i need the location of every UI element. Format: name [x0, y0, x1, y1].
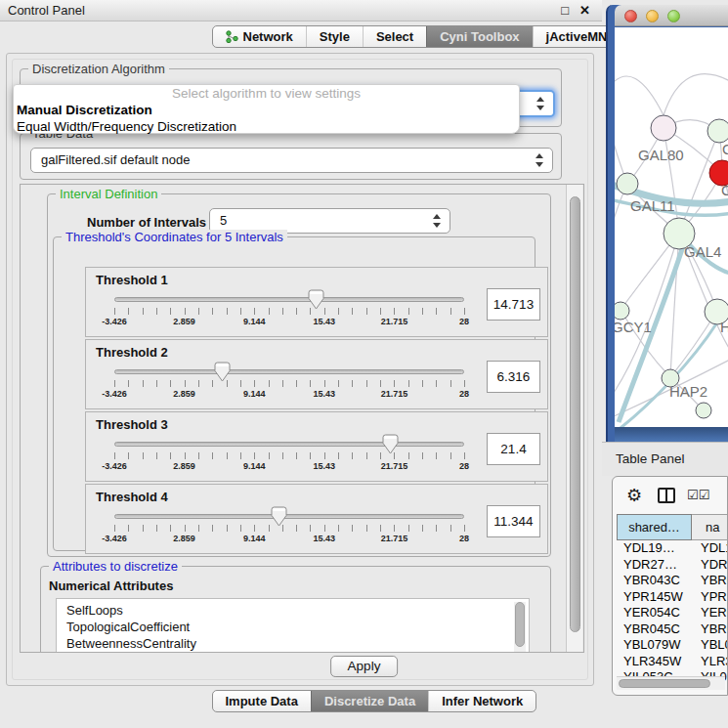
node-gal11[interactable]: [617, 173, 638, 194]
node-label-partial-g: GA: [722, 141, 728, 157]
close-icon[interactable]: ✕: [579, 0, 590, 21]
table-row[interactable]: YDR27…YDR2: [617, 557, 728, 574]
tick-label: -3.426: [102, 461, 127, 471]
network-icon: [226, 28, 238, 48]
tab-impute-data[interactable]: Impute Data: [213, 691, 311, 711]
tick-label: 2.859: [173, 317, 195, 326]
slider-handle[interactable]: [308, 289, 324, 310]
tab-network-label: Network: [243, 29, 293, 44]
node-gal80[interactable]: [651, 115, 676, 141]
tick-label: 28: [459, 389, 469, 399]
threshold-value[interactable]: 21.4: [487, 433, 540, 465]
node-label-gal80: GAL80: [638, 147, 684, 163]
tab-select[interactable]: Select: [363, 26, 426, 47]
tab-network[interactable]: Network: [213, 26, 306, 47]
zoom-traffic-light-icon[interactable]: [667, 10, 680, 22]
attributes-group-title: Attributes to discretize: [49, 559, 182, 574]
tick-label: 28: [459, 317, 469, 326]
list-item[interactable]: TopologicalCoefficient: [66, 619, 529, 635]
column-header-name[interactable]: na: [692, 514, 728, 540]
table-data-combobox[interactable]: galFiltered.sif default node: [30, 148, 553, 173]
threshold-label: Threshold 3: [96, 417, 168, 432]
tab-cyni-toolbox[interactable]: Cyni Toolbox: [426, 26, 532, 47]
slider-handle[interactable]: [382, 434, 399, 454]
attributes-group: Attributes to discretize Numerical Attri…: [40, 566, 551, 653]
tab-style[interactable]: Style: [306, 26, 363, 47]
node-label-hap2: HAP2: [669, 383, 707, 400]
table-horizontal-scrollbar[interactable]: [617, 676, 725, 690]
threshold-value[interactable]: 6.316: [487, 361, 540, 393]
node-label-gcy1: GCY1: [615, 319, 652, 335]
table-row[interactable]: YPR145WYPR1: [617, 589, 728, 606]
threshold-panel: Threshold 1 -3.4262.8599.14415.4321.7152…: [85, 267, 548, 337]
list-item[interactable]: BetweennessCentrality: [66, 635, 529, 652]
slider-handle[interactable]: [271, 506, 287, 527]
tab-discretize-data[interactable]: Discretize Data: [311, 691, 428, 711]
table-row[interactable]: YBR045CYBR0: [617, 621, 728, 638]
slider-track[interactable]: [114, 514, 464, 519]
list-item[interactable]: SelfLoops: [66, 602, 529, 619]
tab-infer-network[interactable]: Infer Network: [428, 691, 535, 711]
tab-cyni-label: Cyni Toolbox: [440, 29, 519, 44]
table-rows: YDL19…YDL1 YDR27…YDR2 YBR043CYBR0 YPR145…: [617, 540, 728, 686]
tick-label: 2.859: [173, 534, 195, 543]
node-partial-right[interactable]: [707, 119, 728, 143]
dropdown-item-manual[interactable]: Manual Discretization: [14, 102, 519, 118]
tab-infer-label: Infer Network: [442, 694, 523, 708]
slider-ticks: [114, 308, 465, 315]
close-traffic-light-icon[interactable]: [624, 10, 637, 22]
gear-icon[interactable]: ⚙: [626, 484, 642, 507]
cell-name: YBR0: [692, 573, 728, 589]
scrollbar-thumb[interactable]: [570, 196, 580, 632]
table-data-group: Table Data galFiltered.sif default node: [20, 133, 562, 180]
tick-label: 9.144: [243, 534, 266, 543]
slider-track[interactable]: [114, 297, 464, 302]
panel-title: Control Panel: [8, 3, 85, 18]
network-graph: GAL80 GA C GAL11 GAL4 GCY1 H HAP2: [615, 27, 728, 427]
select-columns-icon[interactable]: ☑☑: [687, 488, 709, 502]
settings-vertical-scrollbar[interactable]: [566, 185, 582, 652]
tick-label: 15.43: [314, 317, 336, 326]
tick-label: 28: [459, 534, 469, 543]
attributes-list-scrollbar[interactable]: [514, 602, 526, 653]
minimize-traffic-light-icon[interactable]: [646, 10, 659, 22]
scrollbar-thumb[interactable]: [619, 679, 710, 688]
slider-handle[interactable]: [214, 362, 231, 382]
node-partial-bottom[interactable]: [696, 403, 711, 418]
column-header-shared-name[interactable]: shared…: [617, 514, 692, 540]
apply-button[interactable]: Apply: [330, 656, 399, 677]
table-row[interactable]: YLR345WYLR3: [617, 654, 728, 670]
scrollbar-thumb[interactable]: [515, 602, 525, 647]
table-row[interactable]: YBR043CYBR0: [617, 573, 728, 589]
number-of-intervals-label: Number of Intervals: [87, 215, 206, 230]
node-label-partial-c: C: [721, 182, 728, 198]
tick-label: 9.144: [243, 389, 266, 399]
discretization-algorithm-group-title: Discretization Algorithm: [28, 62, 169, 76]
cell-name: YER0: [692, 605, 728, 621]
slider-track[interactable]: [114, 442, 464, 447]
threshold-label: Threshold 2: [96, 345, 168, 360]
tick-label: 21.715: [381, 461, 408, 471]
cell-shared-name: YPR145W: [617, 589, 692, 606]
network-canvas[interactable]: GAL80 GA C GAL11 GAL4 GCY1 H HAP2: [615, 27, 728, 427]
threshold-value[interactable]: 14.713: [487, 288, 540, 321]
table-row[interactable]: YDL19…YDL1: [617, 540, 728, 557]
table-data-value: galFiltered.sif default node: [41, 152, 190, 167]
tick-label: 9.144: [243, 317, 266, 326]
node-gcy1[interactable]: [615, 302, 629, 320]
table-row[interactable]: YER054CYER0: [617, 605, 728, 621]
tick-label: -3.426: [102, 317, 127, 326]
tick-label: 28: [459, 461, 469, 471]
threshold-value[interactable]: 11.344: [487, 505, 540, 537]
node-label-gal4: GAL4: [684, 243, 721, 260]
cell-name: YBR0: [692, 621, 728, 638]
slider-track[interactable]: [114, 369, 464, 374]
dropdown-item-equal-width[interactable]: Equal Width/Frequency Discretization: [14, 118, 519, 135]
dropdown-prompt[interactable]: Select algorithm to view settings: [14, 85, 519, 102]
threshold-panels: Threshold 1 -3.4262.8599.14415.4321.7152…: [85, 267, 548, 556]
float-icon[interactable]: □: [561, 0, 569, 21]
screen: Control Panel □ ✕ Network Style Select C…: [0, 0, 728, 728]
table-row[interactable]: YBL079WYBL0: [617, 637, 728, 654]
table-panel-titlebar: Table Panel: [602, 442, 728, 476]
columns-icon[interactable]: [658, 488, 675, 503]
